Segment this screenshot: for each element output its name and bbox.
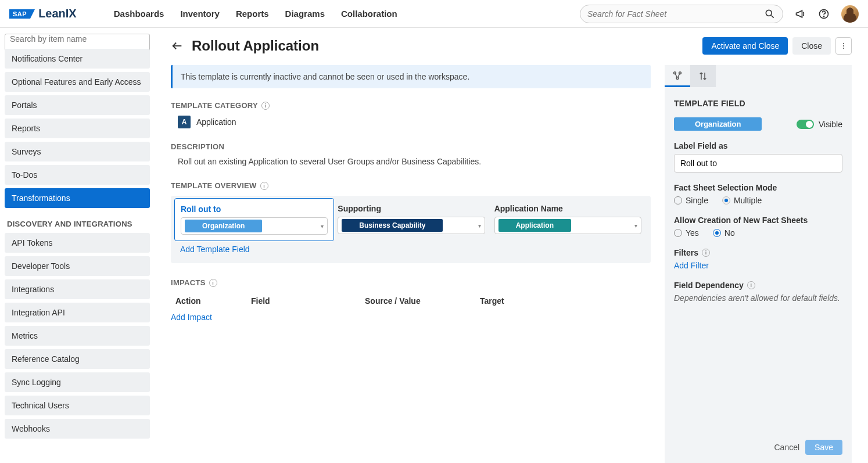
nav-inventory[interactable]: Inventory — [180, 9, 220, 19]
sidebar-item-metrics[interactable]: Metrics — [5, 326, 150, 346]
svg-point-0 — [766, 10, 772, 16]
sidebar-item-reference-catalog[interactable]: Reference Catalog — [5, 349, 150, 369]
overview-field-label: Roll out to — [181, 204, 328, 214]
nav-reports[interactable]: Reports — [236, 9, 269, 19]
info-icon[interactable]: i — [747, 281, 755, 289]
save-button[interactable]: Save — [805, 440, 842, 455]
info-icon[interactable]: i — [260, 182, 268, 190]
chevron-down-icon: ▾ — [634, 222, 637, 229]
info-icon[interactable]: i — [261, 102, 270, 110]
field-dependency-label: Field Dependency i — [674, 281, 842, 290]
info-icon[interactable]: i — [209, 279, 217, 287]
overview-field-label: Supporting — [338, 204, 485, 213]
megaphone-icon[interactable] — [795, 8, 806, 20]
overview-field-select[interactable]: Business Capability ▾ — [338, 217, 485, 234]
sidebar-item-sync-logging[interactable]: Sync Logging — [5, 372, 150, 392]
visible-toggle[interactable] — [797, 120, 814, 129]
nav-diagrams[interactable]: Diagrams — [285, 9, 325, 19]
right-panel-title: TEMPLATE FIELD — [674, 99, 842, 108]
selection-mode-radios: Single Multiple — [674, 196, 842, 205]
chevron-down-icon: ▾ — [478, 222, 481, 229]
sidebar-item-developer-tools[interactable]: Developer Tools — [5, 256, 150, 276]
more-actions-button[interactable] — [835, 37, 852, 55]
right-panel-tab-sort[interactable] — [690, 65, 716, 87]
nav-collaboration[interactable]: Collaboration — [341, 9, 397, 19]
label-field-as-input[interactable] — [674, 154, 842, 173]
main-content: Rollout Application Activate and Close C… — [155, 28, 868, 463]
radio-no[interactable]: No — [713, 228, 735, 238]
overview-field-rollout[interactable]: Roll out to Organization ▾ — [174, 198, 334, 241]
radio-no-label: No — [724, 228, 735, 238]
right-panel: TEMPLATE FIELD Organization Visible Labe… — [665, 65, 852, 463]
sidebar-item-technical-users[interactable]: Technical Users — [5, 396, 150, 415]
cancel-button[interactable]: Cancel — [774, 440, 799, 455]
template-overview-label-text: TEMPLATE OVERVIEW — [171, 181, 257, 190]
template-category-label: TEMPLATE CATEGORY i — [171, 101, 651, 110]
category-name: Application — [196, 117, 236, 127]
inactive-banner: This template is currently inactive and … — [171, 65, 651, 88]
radio-dot — [674, 229, 682, 237]
chevron-down-icon: ▾ — [321, 223, 324, 229]
sidebar-item-webhooks[interactable]: Webhooks — [5, 419, 150, 439]
filters-label-text: Filters — [674, 248, 698, 257]
filters-label: Filters i — [674, 248, 842, 257]
sidebar-item-todos[interactable]: To-Dos — [5, 165, 150, 185]
field-dependency-label-text: Field Dependency — [674, 281, 744, 290]
search-icon[interactable] — [764, 8, 776, 20]
global-search[interactable] — [580, 5, 783, 23]
right-panel-chip-row: Organization Visible — [674, 117, 842, 131]
add-impact-link[interactable]: Add Impact — [171, 313, 651, 322]
sidebar-item-reports[interactable]: Reports — [5, 119, 150, 138]
overview-field-select[interactable]: Application ▾ — [494, 217, 641, 234]
right-panel-tab-structure[interactable] — [665, 65, 690, 87]
visible-label: Visible — [819, 120, 842, 129]
category-badge: A — [178, 116, 191, 128]
structure-icon — [672, 70, 683, 81]
sidebar-item-api-tokens[interactable]: API Tokens — [5, 233, 150, 253]
info-icon[interactable]: i — [702, 249, 710, 257]
description-text: Roll out an existing Application to seve… — [178, 157, 651, 166]
svg-point-6 — [843, 45, 844, 46]
sidebar-item-portals[interactable]: Portals — [5, 95, 150, 115]
sidebar-item-notifications[interactable]: Notifications Center — [5, 49, 150, 69]
radio-multiple[interactable]: Multiple — [722, 196, 762, 205]
sidebar-item-transformations[interactable]: Transformations — [5, 188, 150, 208]
add-template-field-link[interactable]: Add Template Field — [180, 245, 641, 254]
allow-create-label: Allow Creation of New Fact Sheets — [674, 216, 842, 225]
nav-dashboards[interactable]: Dashboards — [114, 9, 164, 19]
overview-field-select[interactable]: Organization ▾ — [181, 217, 328, 235]
label-field-as-label: Label Field as — [674, 141, 842, 150]
overview-field-application-name[interactable]: Application Name Application ▾ — [494, 204, 641, 235]
sidebar-item-integration-api[interactable]: Integration API — [5, 303, 150, 322]
user-avatar[interactable] — [841, 5, 859, 23]
impacts-col-source: Source / Value — [365, 296, 480, 306]
radio-single[interactable]: Single — [674, 196, 708, 205]
close-button[interactable]: Close — [792, 37, 831, 55]
main-nav: Dashboards Inventory Reports Diagrams Co… — [114, 9, 397, 19]
sidebar-search-input[interactable] — [10, 34, 145, 44]
template-overview-label: TEMPLATE OVERVIEW i — [171, 181, 651, 190]
logo[interactable]: SAP LeanIX — [9, 7, 77, 20]
back-arrow-icon[interactable] — [171, 40, 184, 52]
header-right — [580, 5, 859, 23]
sidebar: Notifications Center Optional Features a… — [0, 28, 155, 463]
logo-sap-badge: SAP — [9, 9, 30, 19]
sidebar-section-discovery: DISCOVERY AND INTEGRATIONS — [5, 211, 150, 233]
radio-yes[interactable]: Yes — [674, 228, 699, 238]
help-icon[interactable] — [818, 8, 830, 20]
app-header: SAP LeanIX Dashboards Inventory Reports … — [0, 0, 868, 28]
global-search-input[interactable] — [587, 9, 764, 19]
page-title: Rollout Application — [192, 38, 319, 54]
allow-create-radios: Yes No — [674, 228, 842, 238]
right-panel-tabs — [665, 65, 852, 87]
impacts-label: IMPACTS i — [171, 278, 651, 287]
overview-field-supporting[interactable]: Supporting Business Capability ▾ — [338, 204, 485, 235]
template-overview-box: Roll out to Organization ▾ Supporting Bu… — [171, 196, 651, 263]
sidebar-item-integrations[interactable]: Integrations — [5, 279, 150, 299]
impacts-label-text: IMPACTS — [171, 278, 206, 287]
activate-and-close-button[interactable]: Activate and Close — [702, 37, 788, 55]
sidebar-item-optional-features[interactable]: Optional Features and Early Access — [5, 72, 150, 92]
sidebar-item-surveys[interactable]: Surveys — [5, 142, 150, 161]
add-filter-link[interactable]: Add Filter — [674, 261, 709, 270]
template-category-label-text: TEMPLATE CATEGORY — [171, 101, 258, 110]
